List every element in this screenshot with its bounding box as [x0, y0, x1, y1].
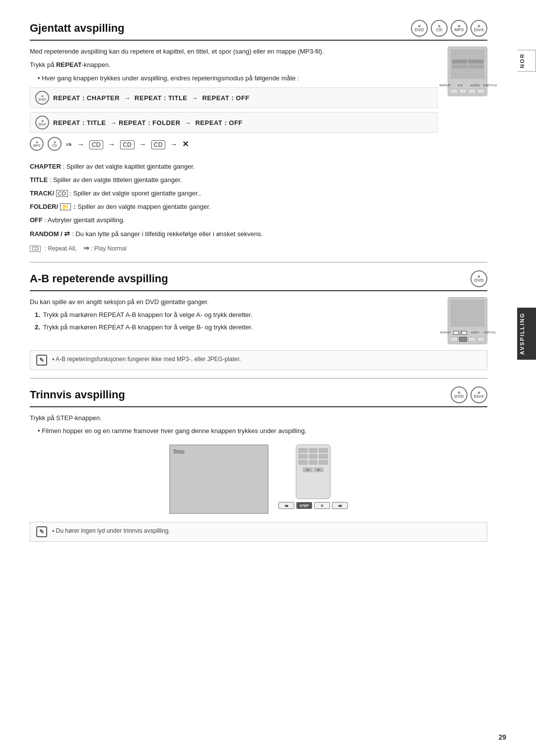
repeat-dvd-icon: ⊕ DVD [35, 91, 49, 105]
section2-steps: 1. Trykk på markøren REPEAT A-B knappen … [35, 310, 438, 333]
step-images-row: Step ⏮ ⏭ [30, 444, 487, 514]
remote-btns-row2 [450, 337, 485, 342]
ab-step1: 1. Trykk på markøren REPEAT A-B knappen … [35, 310, 438, 320]
divider-1 [30, 262, 487, 262]
search-btn [450, 337, 458, 342]
r-btn-4 [298, 454, 308, 459]
skip-back-btn: ⏮ [278, 502, 294, 509]
title-desc: TITLE : Spiller av den valgte tittelen g… [30, 175, 487, 186]
section2-header: A-B repeterende avspilling ⊕ DVD [30, 270, 487, 291]
ab-btn-labels: SEARCH A-B AUDIO SUBTITLE [438, 331, 497, 335]
section2-body: Du kan spille av en angitt seksjon på en… [30, 297, 487, 344]
mp3-sym-icon: ⊕ MP3 [30, 137, 44, 151]
ab-btn [459, 89, 467, 94]
section1-body: Med repeterende avspilling kan du repete… [30, 47, 487, 157]
random-desc: RANDOM / ⇄ : Du kan lytte på sanger i ti… [30, 228, 487, 240]
section2-icons: ⊕ DVD [470, 270, 487, 287]
r-btn-skip-fwd: ⏭ [314, 467, 324, 472]
section3-header: Trinnvis avspilling ⊕ DVD ⊕ DivX [30, 386, 487, 407]
subtitle-btn [477, 89, 485, 94]
repeat-line2-text: REPEAT : TITLE → REPEAT : FOLDER → REPEA… [53, 119, 243, 126]
section2-dvd-icon: ⊕ DVD [470, 270, 487, 287]
btn-labels: REPEAT A-B AUDIO SUBTITLE [438, 84, 497, 87]
remote-illustration-1: REPEAT A-B AUDIO SUBTITLE [448, 47, 487, 96]
skip-fwd-btn: ⏭ [332, 502, 348, 509]
section2-intro: Du kan spille av en angitt seksjon på en… [30, 297, 438, 308]
section1-terms: CHAPTER : Spiller av det valgte kapitlet… [30, 162, 487, 253]
audio-btn-2 [468, 337, 476, 342]
pause-btn: II [314, 502, 330, 509]
footer-note: CD : Repeat All, ⇒ : Play Normal [30, 243, 487, 253]
section3-icons: ⊕ DVD ⊕ DivX [451, 386, 487, 403]
section1-title: Gjentatt avspilling [30, 22, 125, 35]
section1-bullet1: • Hver gang knappen trykkes under avspil… [30, 73, 438, 84]
section1-intro: Med repeterende avspilling kan du repete… [30, 47, 438, 57]
section1-header: Gjentatt avspilling ⊕ DVD ⊕ CD ⊕ MP3 ⊕ D… [30, 20, 487, 41]
page-number: 29 [498, 733, 506, 741]
symbol-line: ⊕ MP3 ⊕ CD ⇒ → CD → CD → CD → ✕ [30, 137, 438, 151]
section3-intro: Trykk på STEP-knappen. [30, 413, 487, 424]
section3-title: Trinnvis avspilling [30, 388, 125, 401]
section1-icons: ⊕ DVD ⊕ CD ⊕ MP3 ⊕ DivX [411, 20, 487, 37]
repeat-btn [450, 89, 458, 94]
repeat-line-dvd: ⊕ DVD REPEAT : CHAPTER → REPEAT : TITLE … [30, 87, 438, 108]
step-button-row: ⏮ STEP II ⏭ [278, 502, 348, 509]
r-btn-6 [319, 454, 328, 459]
symbol-line-text: ⇒ → CD → CD → CD → ✕ [66, 139, 189, 149]
divider-2 [30, 378, 487, 378]
section3-note-text: ▪ Du hører ingen lyd under trinnvis avsp… [52, 526, 170, 535]
ab-step2: 2. Trykk på markøren REPEAT A-B knappen … [35, 322, 438, 333]
step-btn-active: STEP [296, 502, 312, 509]
r-btn-1 [298, 448, 308, 453]
tv-screen: Step [169, 444, 268, 514]
step-remote: ⏮ ⏭ ⏮ STEP II ⏭ [278, 444, 348, 509]
chapter-desc: CHAPTER : Spiller av det valgte kapitlet… [30, 162, 487, 172]
section3-note-box: ✎ ▪ Du hører ingen lyd under trinnvis av… [30, 522, 487, 542]
repeat-line-divx: ⊕ DivX REPEAT : TITLE → REPEAT : FOLDER … [30, 112, 438, 133]
section1-right: REPEAT A-B AUDIO SUBTITLE [448, 47, 487, 96]
repeat-divx-icon: ⊕ DivX [35, 116, 49, 129]
note-icon-3: ✎ [36, 526, 47, 537]
section1-step1: Trykk på REPEAT-knappen. [30, 60, 438, 70]
remote-btns-row1 [450, 89, 485, 94]
cd-icon: ⊕ CD [431, 20, 448, 37]
section3-divx-icon: ⊕ DivX [470, 386, 487, 403]
section2-left: Du kan spille av en angitt seksjon på en… [30, 297, 438, 336]
r-btn-5 [309, 454, 318, 459]
avspilling-tab: AVSPILLING [517, 308, 536, 360]
dvd-icon: ⊕ DVD [411, 20, 428, 37]
r-btn-9 [319, 460, 328, 465]
remote-illustration-2: SEARCH A-B AUDIO SUBTITLE [448, 297, 487, 344]
note-icon-2: ✎ [36, 355, 47, 366]
subtitle-btn-2 [477, 337, 485, 342]
r-btn-3 [319, 448, 328, 453]
section3-bullet1: • Filmen hopper en og en ramme framover … [30, 426, 487, 437]
section2-title: A-B repeterende avspilling [30, 272, 168, 285]
repeat-line1-text: REPEAT : CHAPTER → REPEAT : TITLE → REPE… [53, 94, 250, 102]
step-remote-body: ⏮ ⏭ [296, 444, 331, 499]
divx-icon: ⊕ DivX [470, 20, 487, 37]
r-btn-7 [298, 460, 308, 465]
section2-note-box: ✎ ▪ A-B repeteringsfunksjonen fungerer i… [30, 350, 487, 370]
r-btn-2 [309, 448, 318, 453]
track-desc: TRACK/ CD : Spiller av det valgte sporet… [30, 189, 487, 199]
audio-btn [468, 89, 476, 94]
folder-desc: FOLDER/ 📁 : Spiller av den valgte mappen… [30, 202, 487, 212]
section1-left: Med repeterende avspilling kan du repete… [30, 47, 438, 157]
section2-right: SEARCH A-B AUDIO SUBTITLE [448, 297, 487, 344]
main-content: Gjentatt avspilling ⊕ DVD ⊕ CD ⊕ MP3 ⊕ D… [0, 0, 517, 577]
repeat-ab-btn [459, 337, 467, 342]
section2-note-text: ▪ A-B repeteringsfunksjonen fungerer ikk… [52, 355, 241, 364]
nor-tab: NOR [517, 50, 536, 71]
cd-sym-icon: ⊕ CD [48, 137, 62, 151]
off-desc: OFF : Avbryter gjentatt avspilling. [30, 215, 487, 226]
r-btn-8 [309, 460, 318, 465]
r-btn-skip-back: ⏮ [303, 467, 313, 472]
mp3-icon: ⊕ MP3 [451, 20, 468, 37]
section3-dvd-icon: ⊕ DVD [451, 386, 468, 403]
